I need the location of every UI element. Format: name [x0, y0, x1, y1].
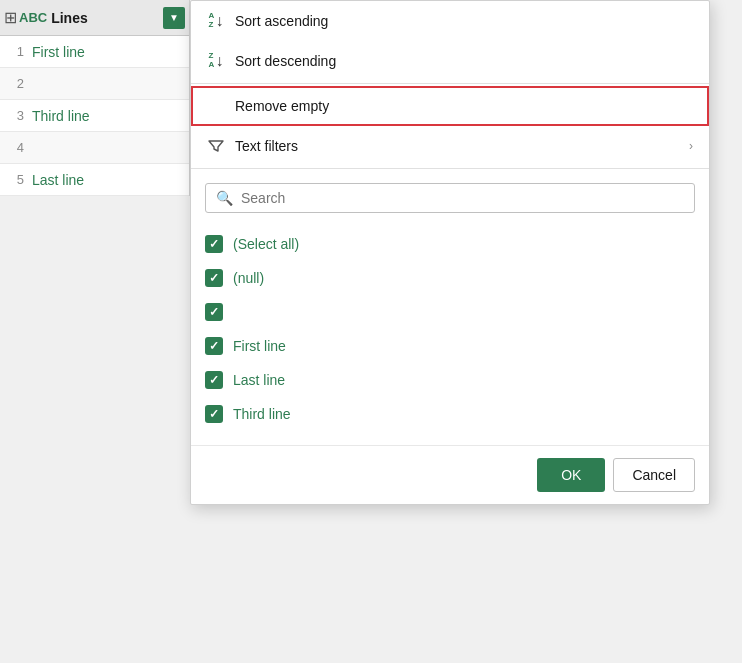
checkbox-item-null[interactable]: ✓ (null): [205, 261, 695, 295]
checkbox-item-third-line[interactable]: ✓ Third line: [205, 397, 695, 431]
column-dropdown-button[interactable]: ▼: [163, 7, 185, 29]
checkmark-icon: ✓: [209, 305, 219, 319]
abc-icon: ABC: [19, 10, 47, 25]
column-title: Lines: [51, 10, 159, 26]
table-icon-group: ⊞ ABC: [4, 8, 47, 27]
row-number: 3: [4, 108, 24, 123]
checkbox-list: ✓ (Select all) ✓ (null) ✓ ✓ F: [191, 221, 709, 445]
row-value: Third line: [32, 108, 90, 124]
text-filters-label: Text filters: [235, 138, 298, 154]
filter-icon: [207, 137, 225, 155]
row-number: 2: [4, 76, 24, 91]
table-row: 3 Third line: [0, 100, 189, 132]
main-container: ⊞ ABC Lines ▼ 1 First line 2 3 Third lin…: [0, 0, 742, 663]
chevron-down-icon: ▼: [169, 12, 179, 23]
checkbox-third-line-label: Third line: [233, 406, 291, 422]
search-icon: 🔍: [216, 190, 233, 206]
row-number: 4: [4, 140, 24, 155]
checkmark-icon: ✓: [209, 407, 219, 421]
cancel-button[interactable]: Cancel: [613, 458, 695, 492]
dropdown-menu: AZ ↓ Sort ascending ZA ↓ Sort descending: [190, 0, 710, 505]
sort-ascending-label: Sort ascending: [235, 13, 328, 29]
sort-ascending-icon: AZ ↓: [207, 12, 225, 30]
checkbox-null-label: (null): [233, 270, 264, 286]
row-number: 1: [4, 44, 24, 59]
row-value: Last line: [32, 172, 84, 188]
grid-header: ⊞ ABC Lines ▼: [0, 0, 189, 36]
grid-table: ⊞ ABC Lines ▼ 1 First line 2 3 Third lin…: [0, 0, 190, 196]
checkbox-null[interactable]: ✓: [205, 269, 223, 287]
remove-empty-icon: [207, 97, 225, 115]
checkbox-third-line[interactable]: ✓: [205, 405, 223, 423]
checkmark-icon: ✓: [209, 237, 219, 251]
menu-separator-1: [191, 83, 709, 84]
menu-item-sort-descending[interactable]: ZA ↓ Sort descending: [191, 41, 709, 81]
button-row: OK Cancel: [191, 445, 709, 504]
checkbox-item-empty[interactable]: ✓: [205, 295, 695, 329]
row-value: First line: [32, 44, 85, 60]
sort-descending-icon: ZA ↓: [207, 52, 225, 70]
menu-item-text-filters[interactable]: Text filters ›: [191, 126, 709, 166]
sort-descending-label: Sort descending: [235, 53, 336, 69]
checkbox-first-line-label: First line: [233, 338, 286, 354]
checkbox-last-line[interactable]: ✓: [205, 371, 223, 389]
submenu-chevron-icon: ›: [689, 139, 693, 153]
checkbox-item-first-line[interactable]: ✓ First line: [205, 329, 695, 363]
remove-empty-label: Remove empty: [235, 98, 329, 114]
table-row: 2: [0, 68, 189, 100]
table-icon: ⊞: [4, 8, 17, 27]
table-row: 1 First line: [0, 36, 189, 68]
checkbox-first-line[interactable]: ✓: [205, 337, 223, 355]
row-number: 5: [4, 172, 24, 187]
checkbox-item-select-all[interactable]: ✓ (Select all): [205, 227, 695, 261]
menu-separator-2: [191, 168, 709, 169]
ok-button[interactable]: OK: [537, 458, 605, 492]
checkbox-select-all-label: (Select all): [233, 236, 299, 252]
search-input[interactable]: [241, 190, 684, 206]
checkbox-empty[interactable]: ✓: [205, 303, 223, 321]
checkbox-select-all[interactable]: ✓: [205, 235, 223, 253]
table-row: 4: [0, 132, 189, 164]
search-box: 🔍: [205, 183, 695, 213]
checkbox-last-line-label: Last line: [233, 372, 285, 388]
checkmark-icon: ✓: [209, 271, 219, 285]
table-row: 5 Last line: [0, 164, 189, 196]
menu-item-sort-ascending[interactable]: AZ ↓ Sort ascending: [191, 1, 709, 41]
checkmark-icon: ✓: [209, 339, 219, 353]
checkmark-icon: ✓: [209, 373, 219, 387]
checkbox-item-last-line[interactable]: ✓ Last line: [205, 363, 695, 397]
search-container: 🔍: [191, 171, 709, 221]
menu-item-remove-empty[interactable]: Remove empty: [191, 86, 709, 126]
